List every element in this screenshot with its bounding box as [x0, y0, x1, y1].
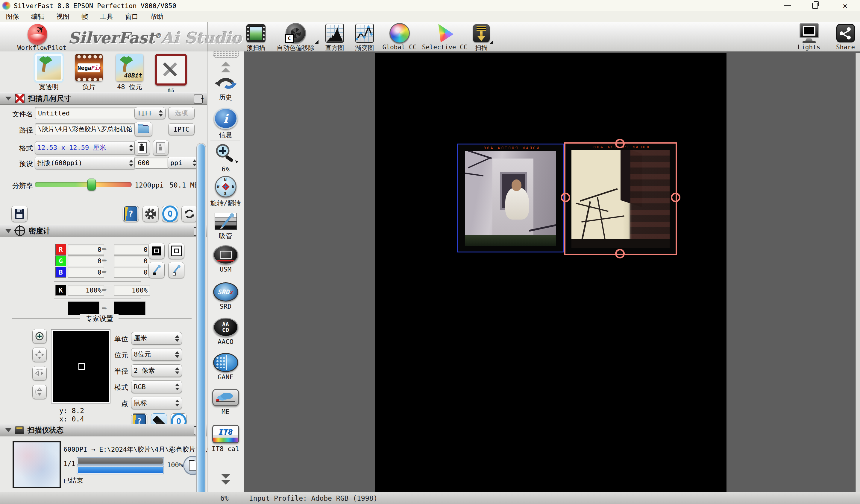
collapse-icon[interactable] — [5, 229, 11, 233]
unit-dropdown[interactable]: 厘米 — [131, 332, 182, 344]
side-it8[interactable]: IT8 IT8 cal — [207, 425, 244, 453]
pan-mini-button[interactable] — [32, 347, 47, 362]
save-settings-button[interactable] — [11, 206, 28, 222]
scan-panel-header[interactable]: 扫描几何尺寸 — [0, 92, 207, 105]
menu-window[interactable]: 窗口 — [119, 12, 144, 21]
scroll-up-button[interactable] — [207, 62, 244, 72]
minimize-button[interactable] — [779, 0, 796, 11]
toolbar-histogram[interactable]: 直方图 — [323, 23, 347, 52]
scanner-status-icon — [15, 426, 24, 434]
menu-frame[interactable]: 帧 — [75, 12, 94, 21]
toolbar-share[interactable]: Share — [833, 23, 858, 51]
side-aaco[interactable]: AACO AACO — [207, 318, 244, 345]
bit-dropdown[interactable]: 8位元 — [131, 348, 182, 361]
selection-handle-right[interactable] — [671, 193, 680, 202]
white-point-pipette-button[interactable] — [168, 262, 184, 278]
scanner-status-header[interactable]: 扫描仪状态 — [0, 424, 207, 436]
divider — [54, 298, 141, 299]
preset-dropdown[interactable]: 排版(600ppi) — [35, 157, 136, 169]
help-button[interactable]: ? — [123, 206, 139, 222]
side-usm[interactable]: USM — [207, 245, 244, 273]
ppi-unit-dropdown[interactable]: ppi — [168, 157, 199, 169]
path-input[interactable]: \胶片\4月\彩色胶片\罗总相机馆 — [35, 123, 137, 135]
resolution-slider-handle[interactable] — [87, 179, 96, 191]
flip-horizontal-mini-button[interactable] — [32, 366, 47, 381]
restore-button[interactable] — [806, 0, 824, 11]
side-gane[interactable]: GANE — [207, 353, 244, 381]
preview-area: KODAK PORTRA 400 KODAK PORTRA 400 — [244, 51, 860, 492]
toolbar-prescan[interactable]: 预扫描 — [244, 23, 268, 52]
mode-48bit[interactable]: 48Bit 48 位元 — [113, 54, 146, 91]
densitometer-panel-header[interactable]: 密度计 — [0, 225, 207, 237]
browse-folder-button[interactable] — [134, 122, 152, 136]
toolbar-scan[interactable]: 扫描 — [469, 23, 493, 52]
it8-icon: IT8 — [212, 425, 239, 443]
scan-canvas[interactable]: KODAK PORTRA 400 KODAK PORTRA 400 — [375, 53, 727, 492]
selection-handle-left[interactable] — [561, 193, 570, 202]
midtone-target-dark-button[interactable] — [148, 243, 164, 259]
detach-panel-icon[interactable] — [194, 94, 203, 103]
side-history[interactable]: 历史 — [207, 76, 244, 102]
flip-vertical-mini-button[interactable] — [32, 385, 47, 399]
collapse-icon[interactable] — [5, 428, 11, 432]
selection-handle-bottom[interactable] — [615, 249, 625, 258]
scrollbar-thumb[interactable] — [197, 144, 205, 504]
toolbar-global-cc[interactable]: Global CC — [381, 23, 418, 51]
filename-input[interactable]: Untitled — [35, 107, 137, 119]
side-aaco-label: AACO — [207, 338, 244, 345]
menu-tools[interactable]: 工具 — [94, 12, 119, 21]
toolbar-selective-cc[interactable]: Selective CC — [421, 23, 468, 51]
side-me[interactable]: ME — [207, 389, 244, 415]
format-dropdown[interactable]: 12.53 x 12.59 厘米 — [35, 141, 136, 154]
midtone-target-light-button[interactable] — [168, 243, 184, 259]
radius-label: 半径 — [108, 367, 128, 376]
preview-scrollbar[interactable] — [856, 53, 860, 492]
settings-button[interactable] — [143, 206, 159, 222]
toolbar-grip[interactable] — [213, 51, 239, 58]
left-panel-scrollbar[interactable] — [196, 143, 206, 504]
ppi-input[interactable]: 600 — [134, 157, 169, 169]
menu-image[interactable]: 图像 — [0, 12, 25, 21]
toolbar-auto-color-cast[interactable]: C 自动色偏移除 — [271, 23, 320, 52]
menu-view[interactable]: 视图 — [50, 12, 75, 21]
light-target-icon — [171, 246, 182, 256]
k-after-field: 100% — [114, 285, 150, 296]
close-button[interactable]: ✕ — [836, 0, 854, 11]
side-info[interactable]: i 信息 — [207, 108, 244, 139]
orientation-landscape-button[interactable] — [153, 140, 169, 155]
iptc-button[interactable]: IPTC — [168, 123, 195, 135]
quicktime-button[interactable]: Q — [162, 206, 178, 222]
mode-frame[interactable]: 帧 — [155, 54, 187, 96]
filetype-value: TIFF — [137, 109, 153, 117]
resolution-slider[interactable] — [35, 182, 132, 187]
down-arrow-icon — [221, 480, 230, 485]
side-srd[interactable]: SRDx SRD — [207, 282, 244, 310]
zoom-in-mini-button[interactable] — [32, 329, 47, 343]
mode-transparency[interactable]: 宽透明 — [32, 54, 65, 91]
film-frame-right[interactable]: KODAK PORTRA 400 — [564, 143, 677, 255]
selection-handle-top[interactable] — [615, 139, 625, 148]
side-rotate-flip[interactable]: N S W E 旋转/翻转 — [207, 176, 244, 208]
progress-fill-gray — [78, 458, 163, 464]
side-pipette[interactable]: 吸管 — [207, 213, 244, 240]
collapse-icon[interactable] — [5, 97, 11, 101]
mode-negative[interactable]: NegaFix 负片 — [72, 54, 105, 91]
scroll-down-button[interactable] — [207, 474, 244, 485]
r-before-field: 0 — [68, 244, 104, 255]
film-frame-left[interactable]: KODAK PORTRA 400 — [457, 144, 564, 252]
radius-dropdown[interactable]: 2 像素 — [131, 364, 182, 377]
stepper-icon — [175, 367, 179, 374]
options-button[interactable]: 选项 — [168, 107, 195, 119]
filetype-dropdown[interactable]: TIFF — [134, 107, 166, 119]
reset-button[interactable] — [182, 206, 198, 222]
orientation-portrait-button[interactable] — [134, 140, 150, 155]
side-zoom[interactable]: 6% — [207, 143, 244, 173]
mode-dropdown[interactable]: RGB — [131, 381, 182, 393]
black-point-pipette-button[interactable] — [148, 262, 164, 278]
pixel-preview-box[interactable] — [52, 330, 110, 403]
toolbar-gradation[interactable]: 渐变图 — [353, 23, 376, 52]
menu-help[interactable]: 帮助 — [144, 12, 169, 21]
point-dropdown[interactable]: 鼠标 — [131, 397, 182, 409]
side-rotate-flip-label: 旋转/翻转 — [207, 198, 244, 208]
histogram-icon — [325, 24, 344, 43]
